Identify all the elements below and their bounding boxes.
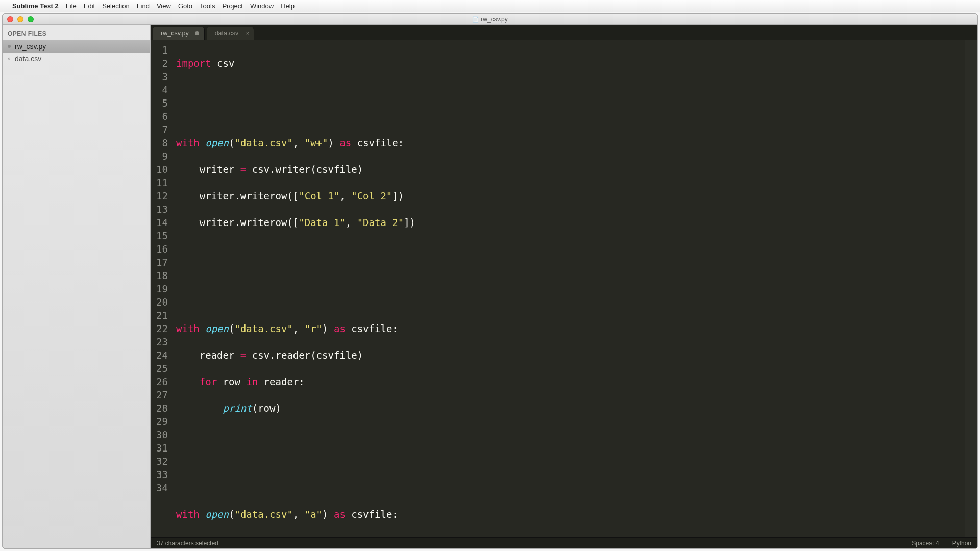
status-indent[interactable]: Spaces: 4 (912, 540, 939, 547)
sidebar-file-label: rw_csv.py (15, 42, 46, 51)
editor: rw_csv.py data.csv × 1234567891011121314… (151, 25, 977, 548)
minimap[interactable] (965, 40, 977, 537)
code-editor[interactable]: 1234567891011121314151617181920212223242… (151, 40, 977, 537)
tab-dirty-icon[interactable] (195, 31, 199, 35)
sidebar: OPEN FILES rw_csv.py × data.csv (3, 25, 151, 548)
menu-file[interactable]: File (66, 2, 77, 10)
sidebar-file-data_csv[interactable]: × data.csv (3, 53, 150, 65)
status-language[interactable]: Python (952, 540, 971, 547)
macos-menubar: Sublime Text 2 File Edit Selection Find … (0, 0, 980, 12)
menu-tools[interactable]: Tools (200, 2, 215, 10)
menu-window[interactable]: Window (250, 2, 274, 10)
sidebar-file-rw_csv[interactable]: rw_csv.py (3, 40, 150, 53)
menu-help[interactable]: Help (281, 2, 295, 10)
menu-goto[interactable]: Goto (178, 2, 192, 10)
tab-close-icon[interactable]: × (246, 30, 249, 36)
menu-find[interactable]: Find (137, 2, 150, 10)
menubar-app-name[interactable]: Sublime Text 2 (12, 2, 59, 10)
sidebar-section-header: OPEN FILES (3, 28, 150, 40)
menu-project[interactable]: Project (222, 2, 242, 10)
sidebar-file-label: data.csv (15, 55, 41, 63)
dirty-indicator-icon (8, 45, 11, 48)
window-title: rw_csv.py (3, 16, 977, 23)
menu-edit[interactable]: Edit (84, 2, 95, 10)
tab-label: rw_csv.py (161, 30, 189, 37)
app-window: rw_csv.py OPEN FILES rw_csv.py × data.cs… (2, 13, 978, 549)
window-titlebar[interactable]: rw_csv.py (3, 14, 977, 25)
status-selection: 37 characters selected (157, 540, 218, 547)
tab-data_csv[interactable]: data.csv × (207, 27, 255, 40)
code-content[interactable]: import csv with open("data.csv", "w+") a… (173, 40, 965, 537)
status-bar: 37 characters selected Spaces: 4 Python (151, 537, 977, 548)
line-number-gutter: 1234567891011121314151617181920212223242… (151, 40, 173, 537)
menu-selection[interactable]: Selection (102, 2, 129, 10)
tab-bar: rw_csv.py data.csv × (151, 25, 977, 40)
tab-label: data.csv (215, 30, 239, 37)
tab-rw_csv[interactable]: rw_csv.py (153, 27, 205, 40)
menu-view[interactable]: View (157, 2, 171, 10)
close-file-icon[interactable]: × (7, 56, 10, 62)
